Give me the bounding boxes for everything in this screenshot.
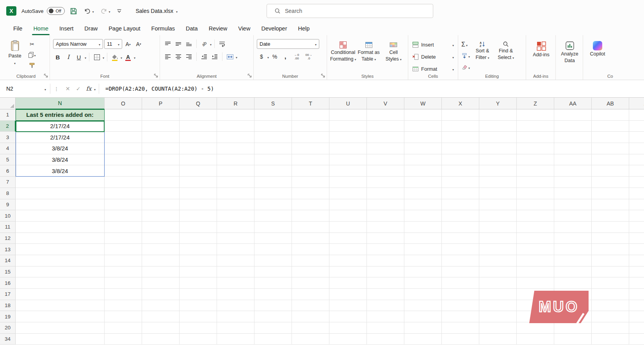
cell-Y1[interactable] [479,109,517,121]
cell-S13[interactable] [254,244,292,255]
cell-V34[interactable] [367,334,404,345]
cell-S18[interactable] [254,300,292,311]
cell-R8[interactable] [217,188,254,199]
cell-AB12[interactable] [592,233,629,244]
cell-AC7[interactable] [629,177,644,188]
currency-format-button[interactable]: $ [257,52,266,61]
cell-U2[interactable] [329,121,367,132]
cell-R2[interactable] [217,121,254,132]
cell-T7[interactable] [292,177,329,188]
cell-AB19[interactable] [592,311,629,322]
row-header-9[interactable]: 9 [0,199,16,211]
cell-Y13[interactable] [479,244,517,255]
cell-T1[interactable] [292,109,329,121]
cell-AB34[interactable] [592,334,629,345]
cell-P4[interactable] [142,143,180,154]
autosum-button[interactable]: Σ [461,40,470,49]
cell-AA5[interactable] [554,154,592,166]
cell-AC9[interactable] [629,199,644,211]
cell-P16[interactable] [142,277,180,289]
cell-Z13[interactable] [517,244,554,255]
cell-X9[interactable] [442,199,479,211]
cell-AA13[interactable] [554,244,592,255]
cell-N34[interactable] [16,334,105,345]
cell-Q1[interactable] [180,109,217,121]
cell-O9[interactable] [105,199,142,211]
cell-X12[interactable] [442,233,479,244]
cell-Y17[interactable] [479,289,517,300]
cell-W12[interactable] [404,233,442,244]
enter-button[interactable]: ✓ [73,83,84,94]
cell-Z10[interactable] [517,210,554,222]
tab-help[interactable]: Help [293,22,315,35]
name-box[interactable]: N2 [0,80,50,97]
row-header-17[interactable]: 17 [0,289,16,300]
cell-X20[interactable] [442,322,479,334]
cell-P11[interactable] [142,222,180,233]
cell-T34[interactable] [292,334,329,345]
cell-X1[interactable] [442,109,479,121]
insert-function-button[interactable]: fx [84,83,94,94]
cell-X3[interactable] [442,132,479,143]
cell-S9[interactable] [254,199,292,211]
cell-N12[interactable] [16,233,105,244]
cell-Q9[interactable] [180,199,217,211]
font-color-button[interactable]: A [123,52,133,62]
number-format-select[interactable]: Date [257,39,319,49]
cell-R14[interactable] [217,255,254,266]
cell-U6[interactable] [329,165,367,177]
cell-AB17[interactable] [592,289,629,300]
cell-AA12[interactable] [554,233,592,244]
cell-U7[interactable] [329,177,367,188]
increase-decimal-button[interactable]: ←0 .00 [291,52,302,61]
paste-button[interactable]: Paste [5,39,24,72]
underline-button[interactable]: U [74,52,84,62]
cell-Q10[interactable] [180,210,217,222]
cell-U18[interactable] [329,300,367,311]
cell-X17[interactable] [442,289,479,300]
cell-U19[interactable] [329,311,367,322]
cell-Q12[interactable] [180,233,217,244]
cell-V20[interactable] [367,322,404,334]
cell-P7[interactable] [142,177,180,188]
cell-styles-button[interactable]: Cell Styles [382,39,406,72]
cell-S19[interactable] [254,311,292,322]
cell-S11[interactable] [254,222,292,233]
cell-P17[interactable] [142,289,180,300]
cell-AA34[interactable] [554,334,592,345]
cell-T10[interactable] [292,210,329,222]
cell-Z12[interactable] [517,233,554,244]
cell-T14[interactable] [292,255,329,266]
cell-X8[interactable] [442,188,479,199]
cell-T19[interactable] [292,311,329,322]
cell-Y12[interactable] [479,233,517,244]
cell-Z6[interactable] [517,165,554,177]
cell-P3[interactable] [142,132,180,143]
column-header-S[interactable]: S [254,98,292,109]
cell-T6[interactable] [292,165,329,177]
cell-AA9[interactable] [554,199,592,211]
cell-AB11[interactable] [592,222,629,233]
decrease-decimal-button[interactable]: 00→ .0 [303,52,314,61]
cell-Q14[interactable] [180,255,217,266]
cell-P12[interactable] [142,233,180,244]
cell-Q3[interactable] [180,132,217,143]
cell-Q17[interactable] [180,289,217,300]
tab-draw[interactable]: Draw [79,22,103,35]
cell-V6[interactable] [367,165,404,177]
cell-R3[interactable] [217,132,254,143]
cell-X5[interactable] [442,154,479,166]
cell-X11[interactable] [442,222,479,233]
cell-N5[interactable]: 3/8/24 [16,154,105,166]
cell-U17[interactable] [329,289,367,300]
cell-T3[interactable] [292,132,329,143]
cell-O1[interactable] [105,109,142,121]
cell-Y34[interactable] [479,334,517,345]
cell-Q11[interactable] [180,222,217,233]
cell-Z2[interactable] [517,121,554,132]
cell-P18[interactable] [142,300,180,311]
fill-button[interactable] [461,51,470,60]
find-select-button[interactable]: Find & Select [495,39,517,72]
cell-U16[interactable] [329,277,367,289]
row-header-16[interactable]: 16 [0,277,16,289]
